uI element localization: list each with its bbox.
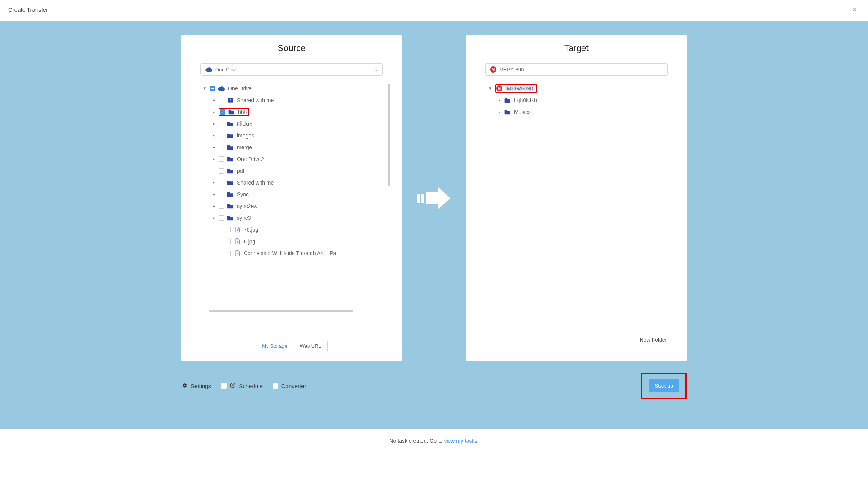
target-cloud-selector[interactable]: M MEGA-390 ⌄ <box>485 63 668 76</box>
status-text: No task created. Go to <box>390 438 444 444</box>
target-actions: New Folder <box>635 335 671 345</box>
start-button-highlight: Start up <box>641 373 687 399</box>
tree-node[interactable]: Connecting With Kids Through Art _ Pa <box>200 247 383 259</box>
vertical-scrollbar[interactable] <box>388 84 390 186</box>
source-panel: Source One Drive ⌄ ▼ On <box>181 35 402 361</box>
tree-node[interactable]: ▸Lqh0kJxb <box>485 94 668 106</box>
onedrive-icon <box>218 85 225 91</box>
tree-node[interactable]: ▸merge <box>200 141 383 153</box>
converter-label: Converter <box>281 383 306 389</box>
folder-icon <box>227 215 234 221</box>
checkbox-empty[interactable] <box>219 215 224 221</box>
tree-node-label: bbb <box>238 109 247 115</box>
settings-label: Settings <box>191 383 211 389</box>
tree-node-label: images <box>237 133 254 139</box>
status-bar: No task created. Go to view my tasks. <box>0 432 868 449</box>
tree-node[interactable]: ▸images <box>200 129 383 141</box>
checkbox-empty[interactable] <box>226 227 231 232</box>
folder-icon <box>227 144 234 150</box>
tree-node[interactable]: ▸Flickrx <box>200 118 383 129</box>
gear-icon <box>181 382 188 390</box>
tree-node[interactable]: ▸Sync <box>200 188 383 200</box>
settings-button[interactable]: Settings <box>181 382 211 390</box>
close-icon[interactable]: ✕ <box>849 4 860 15</box>
tree-node-label: 70.jpg <box>244 227 258 233</box>
schedule-label: Schedule <box>239 383 263 389</box>
checkbox-empty[interactable] <box>226 251 231 256</box>
window-header: Create Transfer ✕ <box>0 0 868 21</box>
tree-node-label: sync2ew <box>237 203 257 209</box>
caret-right-icon[interactable]: ▸ <box>212 180 216 185</box>
tree-node-label: Flickrx <box>237 121 252 127</box>
tree-node[interactable]: ▸sync2ew <box>200 200 383 212</box>
transfer-arrow-icon <box>402 35 466 361</box>
file-icon <box>234 238 241 245</box>
target-selector-label: MEGA-390 <box>499 67 524 73</box>
checkbox-empty[interactable] <box>219 121 224 126</box>
svg-rect-8 <box>421 194 424 203</box>
clock-icon <box>230 382 236 390</box>
tree-node-label: Shared with me <box>237 97 274 103</box>
tree-node[interactable]: ▸Musics <box>485 106 668 118</box>
caret-right-icon[interactable]: ▸ <box>212 192 216 196</box>
caret-right-icon[interactable]: ▸ <box>212 145 216 149</box>
checkbox-empty[interactable] <box>219 180 224 185</box>
converter-toggle[interactable]: Converter <box>273 383 306 389</box>
target-heading: Target <box>466 43 687 54</box>
tree-node[interactable]: ▸One Drive2 <box>200 153 383 165</box>
svg-rect-7 <box>417 194 420 203</box>
caret-right-icon[interactable]: ▸ <box>212 133 216 137</box>
new-folder-button[interactable]: New Folder <box>635 335 671 345</box>
view-tasks-link[interactable]: view my tasks. <box>444 438 478 444</box>
tree-root-label: MEGA-390 <box>505 85 535 91</box>
chevron-down-icon: ⌄ <box>658 67 663 73</box>
tree-node[interactable]: 70.jpg <box>200 224 383 235</box>
tab-my-storage[interactable]: My Storage <box>256 340 293 352</box>
transfer-options-row: Settings Schedule Converter Start up <box>181 373 687 399</box>
folder-icon <box>504 109 511 115</box>
folder-icon <box>227 191 234 197</box>
caret-right-icon[interactable]: ▸ <box>212 204 216 208</box>
caret-right-icon[interactable]: ▸ <box>212 157 216 161</box>
caret-right-icon[interactable]: ▸ <box>212 110 216 114</box>
checkbox-empty[interactable] <box>219 192 224 197</box>
checkbox-empty[interactable] <box>219 168 224 174</box>
schedule-toggle[interactable]: Schedule <box>221 382 263 390</box>
file-icon <box>234 227 241 233</box>
caret-down-icon[interactable]: ▼ <box>488 86 492 90</box>
tree-node[interactable]: 8.jpg <box>200 235 383 247</box>
checkbox-checked[interactable] <box>220 109 225 115</box>
caret-down-icon[interactable]: ▼ <box>203 86 207 90</box>
checkbox-empty[interactable] <box>219 204 224 209</box>
caret-right-icon[interactable]: ▸ <box>497 110 501 114</box>
tree-root-label: One Drive <box>228 85 252 91</box>
caret-right-icon[interactable]: ▸ <box>212 98 216 102</box>
caret-right-icon[interactable]: ▸ <box>212 216 216 220</box>
folder-icon <box>228 109 235 115</box>
tree-root-source[interactable]: ▼ One Drive <box>200 82 383 94</box>
tab-web-url[interactable]: Web URL <box>294 340 327 352</box>
caret-right-icon[interactable]: ▸ <box>212 121 216 126</box>
tree-node[interactable]: ▸Shared with me <box>200 177 383 188</box>
source-tree: ▼ One Drive ▸Shared with me▸bbb▸Flickrx▸… <box>200 82 390 310</box>
tree-root-target[interactable]: ▼ M MEGA-390 <box>485 82 668 94</box>
checkbox-empty[interactable] <box>219 133 224 138</box>
checkbox-indeterminate[interactable] <box>210 86 215 91</box>
tree-node[interactable]: ▸Shared with me <box>200 94 383 106</box>
checkbox-empty[interactable] <box>226 239 231 244</box>
start-up-button[interactable]: Start up <box>649 379 679 392</box>
source-cloud-selector[interactable]: One Drive ⌄ <box>200 63 383 76</box>
source-selector-label: One Drive <box>215 67 238 73</box>
tree-node[interactable]: ▸bbb <box>200 106 383 118</box>
mega-icon: M <box>496 85 502 91</box>
caret-right-icon[interactable]: ▸ <box>497 98 501 102</box>
checkbox-empty[interactable] <box>219 156 224 162</box>
checkbox-empty[interactable] <box>219 145 224 150</box>
horizontal-scrollbar[interactable] <box>209 310 353 312</box>
checkbox-empty[interactable] <box>219 98 224 103</box>
tree-node[interactable]: pdf <box>200 165 383 177</box>
tree-node[interactable]: ▸sync3 <box>200 212 383 224</box>
workspace: Source One Drive ⌄ ▼ On <box>0 21 868 429</box>
checkbox-empty[interactable] <box>273 383 278 389</box>
checkbox-empty[interactable] <box>221 383 227 389</box>
